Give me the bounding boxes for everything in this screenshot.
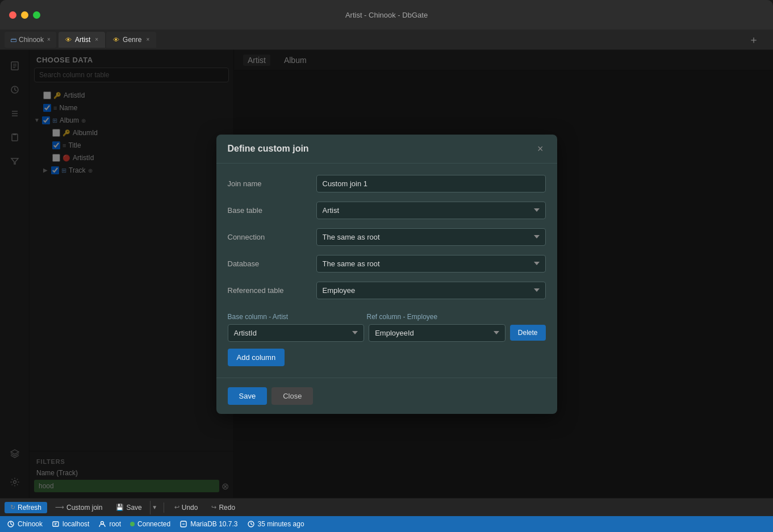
status-bar: Chinook localhost root Connected MariaDB… bbox=[0, 516, 773, 532]
ref-column-header: Ref column - Employee bbox=[367, 313, 502, 321]
db-version-status: MariaDB 10.7.3 bbox=[179, 520, 237, 528]
close-button[interactable] bbox=[9, 11, 16, 19]
svg-line-15 bbox=[11, 524, 12, 525]
genre-tab[interactable]: 👁 Genre × bbox=[106, 32, 156, 48]
chinook-tab-close[interactable]: × bbox=[47, 36, 51, 43]
refresh-icon: ↻ bbox=[10, 504, 15, 511]
localhost-label: localhost bbox=[62, 520, 89, 528]
custom-join-modal: Define custom join × Join name Base tabl… bbox=[216, 135, 557, 414]
localhost-status[interactable]: localhost bbox=[52, 520, 89, 528]
refresh-button[interactable]: ↻ Refresh bbox=[5, 502, 47, 513]
delete-mapping-button[interactable]: Delete bbox=[510, 325, 546, 341]
modal-close-button[interactable]: × bbox=[535, 144, 546, 154]
join-icon: ⟶ bbox=[55, 504, 64, 511]
chinook-tab[interactable]: 🗃 Chinook × bbox=[5, 32, 56, 48]
artist-tab-label: Artist bbox=[75, 36, 90, 44]
user-status: root bbox=[98, 520, 121, 528]
join-name-input[interactable] bbox=[316, 175, 546, 192]
redo-icon: ↪ bbox=[211, 504, 216, 511]
time-label: 35 minutes ago bbox=[258, 520, 304, 528]
chinook-status[interactable]: Chinook bbox=[7, 520, 43, 528]
database-label: Database bbox=[228, 259, 307, 268]
modal-save-button[interactable]: Save bbox=[228, 387, 268, 405]
modal-footer: Save Close bbox=[216, 378, 557, 414]
maximize-button[interactable] bbox=[33, 11, 40, 19]
join-name-label: Join name bbox=[228, 179, 307, 188]
redo-label: Redo bbox=[219, 504, 235, 512]
modal-body: Join name Base table Artist Album Track … bbox=[216, 164, 557, 378]
connection-label: Connection bbox=[228, 233, 307, 241]
custom-join-label: Custom join bbox=[66, 504, 102, 512]
connection-select[interactable]: The same as root bbox=[316, 228, 546, 246]
column-mapping-section: Base column - Artist Ref column - Employ… bbox=[228, 313, 546, 366]
modal-header: Define custom join × bbox=[216, 135, 557, 164]
base-column-select[interactable]: ArtistId Name bbox=[228, 324, 365, 342]
minimize-button[interactable] bbox=[21, 11, 28, 19]
toolbar-divider bbox=[164, 502, 164, 513]
database-select[interactable]: The same as root bbox=[316, 255, 546, 273]
modal-close-button2[interactable]: Close bbox=[271, 387, 313, 405]
redo-button[interactable]: ↪ Redo bbox=[206, 502, 241, 513]
user-label: root bbox=[109, 520, 121, 528]
tab-bar: 🗃 Chinook × 👁 Artist × 👁 Genre × ＋ bbox=[0, 30, 773, 50]
modal-overlay[interactable]: Define custom join × Join name Base tabl… bbox=[0, 50, 773, 498]
undo-label: Undo bbox=[182, 504, 198, 512]
connection-status: Connected bbox=[130, 520, 170, 528]
referenced-table-row: Referenced table Employee Artist Album T… bbox=[228, 282, 546, 299]
connection-label: Connected bbox=[137, 520, 170, 528]
add-tab-button[interactable]: ＋ bbox=[743, 30, 764, 50]
time-status: 35 minutes ago bbox=[247, 520, 304, 528]
refresh-label: Refresh bbox=[18, 504, 41, 512]
svg-line-24 bbox=[251, 524, 253, 525]
save-label: Save bbox=[126, 504, 141, 512]
genre-tab-label: Genre bbox=[123, 36, 141, 44]
base-table-select[interactable]: Artist Album Track bbox=[316, 202, 546, 219]
column-mapping-row: ArtistId Name EmployeeId LastName FirstN… bbox=[228, 324, 546, 342]
eye-icon: 👁 bbox=[65, 36, 72, 43]
connection-row: Connection The same as root bbox=[228, 228, 546, 246]
bottom-toolbar: ↻ Refresh ⟶ Custom join 💾 Save ▼ ↩ Undo … bbox=[0, 498, 773, 516]
undo-button[interactable]: ↩ Undo bbox=[169, 502, 204, 513]
save-icon: 💾 bbox=[116, 504, 124, 511]
artist-tab-close[interactable]: × bbox=[95, 36, 98, 43]
base-table-label: Base table bbox=[228, 206, 307, 215]
database-row: Database The same as root bbox=[228, 255, 546, 273]
title-bar: Artist - Chinook - DbGate bbox=[0, 0, 773, 30]
base-column-header: Base column - Artist bbox=[228, 313, 362, 321]
genre-eye-icon: 👁 bbox=[113, 36, 119, 43]
chinook-tab-label: Chinook bbox=[19, 36, 44, 44]
modal-title: Define custom join bbox=[228, 144, 309, 154]
genre-tab-close[interactable]: × bbox=[146, 36, 149, 43]
custom-join-button[interactable]: ⟶ Custom join bbox=[49, 502, 108, 513]
save-button[interactable]: 💾 Save bbox=[110, 502, 147, 513]
base-table-row: Base table Artist Album Track bbox=[228, 202, 546, 219]
svg-rect-16 bbox=[53, 522, 59, 526]
join-name-row: Join name bbox=[228, 175, 546, 192]
window-controls[interactable] bbox=[9, 11, 40, 19]
ref-column-select[interactable]: EmployeeId LastName FirstName bbox=[369, 324, 505, 342]
undo-icon: ↩ bbox=[174, 504, 179, 511]
save-dropdown[interactable]: ▼ bbox=[150, 501, 159, 514]
artist-tab[interactable]: 👁 Artist × bbox=[59, 32, 105, 48]
add-column-button[interactable]: Add column bbox=[228, 349, 285, 366]
db-icon: 🗃 bbox=[10, 36, 16, 43]
chinook-label: Chinook bbox=[18, 520, 43, 528]
referenced-table-label: Referenced table bbox=[228, 286, 307, 295]
column-mapping-headers: Base column - Artist Ref column - Employ… bbox=[228, 313, 546, 321]
referenced-table-select[interactable]: Employee Artist Album Track bbox=[316, 282, 546, 299]
db-version-label: MariaDB 10.7.3 bbox=[190, 520, 237, 528]
delete-spacer bbox=[506, 313, 546, 321]
window-title: Artist - Chinook - DbGate bbox=[345, 11, 428, 19]
connected-dot bbox=[130, 522, 135, 526]
